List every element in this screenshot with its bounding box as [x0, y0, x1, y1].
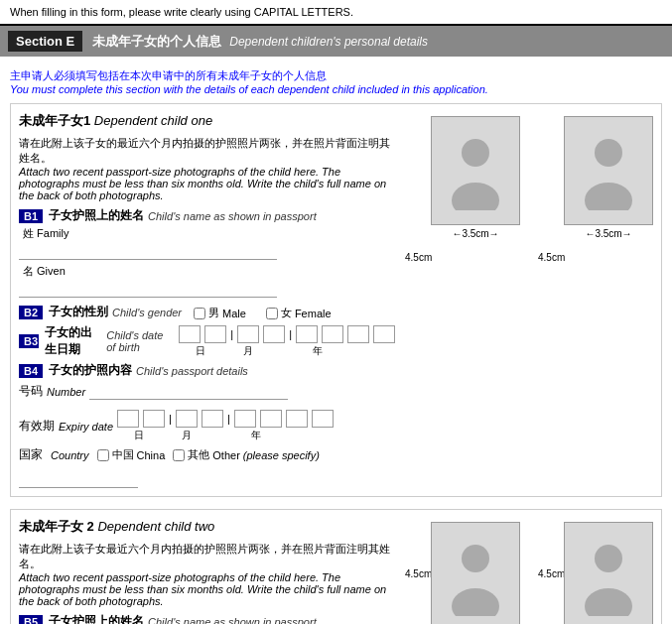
child2-photo1-silhouette [446, 537, 505, 616]
china-checkbox-label: 中国 China [97, 447, 166, 462]
child2-photo2-wrap: 4.5cm ← 3.5cm → [564, 522, 653, 624]
field-b5-label-zh: 子女护照上的姓名 [49, 613, 144, 624]
child2-form-area: 未成年子女 2 Dependent child two 请在此附上该子女最近六个… [19, 518, 395, 624]
svg-point-2 [595, 139, 622, 167]
svg-point-5 [452, 588, 499, 616]
field-b3-label-block: B3 子女的出生日期 Child's date of birth | | [19, 324, 395, 358]
child2-photo1-box [431, 522, 520, 624]
child1-form-area: 未成年子女1 Dependent child one 请在此附上该子女的最近六个… [19, 112, 395, 488]
expiry-label-en: Expiry date [59, 421, 113, 433]
child1-passport-number-input[interactable] [89, 383, 288, 400]
child2-photo1-height-label: 4.5cm [405, 567, 432, 578]
country-label-zh: 国家 [19, 446, 43, 463]
child1-photo2-width-label: ← 3.5cm → [564, 228, 653, 239]
top-notice: When filling in this form, please write … [0, 0, 672, 26]
number-label-zh: 号码 [19, 383, 43, 400]
child1-photo1-height-label: 4.5cm [405, 252, 432, 263]
main-content: 主申请人必须填写包括在本次申请中的所有未成年子女的个人信息 You must c… [0, 64, 672, 624]
dob-input-area: | | 日 月 年 [179, 325, 395, 358]
other-checkbox[interactable] [173, 449, 185, 461]
country-row: 国家 Country 中国 China 其他 Other (please spe… [19, 446, 395, 488]
family-label: 姓 Family [23, 226, 395, 241]
expiry-label-zh: 有效期 [19, 418, 55, 435]
child2-photo2-silhouette [579, 537, 638, 616]
child1-photo1-silhouette [446, 131, 505, 210]
child2-photo2-height-label: 4.5cm [538, 567, 565, 578]
svg-point-1 [452, 183, 499, 210]
given-label: 名 Given [23, 264, 395, 279]
child1-photo2-wrap: 4.5cm ← 3.5cm → [564, 116, 653, 468]
female-checkbox[interactable] [266, 308, 278, 319]
child1-photo2-height-label: 4.5cm [538, 252, 565, 263]
svg-point-6 [595, 545, 622, 572]
exp-y2 [260, 410, 282, 428]
number-label-en: Number [47, 386, 85, 398]
field-b3-label-zh: 子女的出生日期 [45, 324, 102, 358]
field-b4-num: B4 [19, 364, 43, 378]
dob-d2 [204, 325, 226, 343]
field-b2-label-block: B2 子女的性别 Child's gender 男 Male 女 Female [19, 304, 395, 320]
dob-m1 [237, 325, 259, 343]
child1-layout: 未成年子女1 Dependent child one 请在此附上该子女的最近六个… [19, 112, 653, 488]
section-label: Section E [8, 31, 82, 52]
exp-y4 [312, 410, 334, 428]
field-b1-label-en: Child's name as shown in passport [148, 210, 317, 222]
male-checkbox[interactable] [194, 308, 205, 319]
country-label-en: Country [51, 449, 89, 461]
field-b1-num: B1 [19, 209, 43, 223]
field-b1-label-block: B1 子女护照上的姓名 Child's name as shown in pas… [19, 207, 395, 224]
child1-family-name-input[interactable] [19, 243, 277, 260]
child1-photo2-box [564, 116, 653, 225]
field-b4-label-block: B4 子女的护照内容 Child's passport details [19, 362, 395, 379]
dob-y3 [347, 325, 369, 343]
dob-m2 [263, 325, 285, 343]
field-b4-label-zh: 子女的护照内容 [49, 362, 132, 379]
child2-photo2-box [564, 522, 653, 624]
field-b3-label-en: Child's date of birth [106, 329, 171, 353]
passport-number-row: 号码 Number 有效期 Expiry date | [19, 383, 395, 442]
exp-m1 [176, 410, 198, 428]
child2-photos: 4.5cm ← 3.5cm → 4.5cm [403, 522, 653, 624]
section-title-zh: 未成年子女的个人信息 [92, 33, 221, 51]
female-checkbox-label: 女 Female [266, 306, 332, 320]
child1-other-country-input[interactable] [19, 471, 138, 488]
dob-d1 [179, 325, 201, 343]
svg-point-7 [585, 588, 632, 616]
child1-title: 未成年子女1 Dependent child one [19, 112, 395, 130]
field-b2-label-zh: 子女的性别 [49, 304, 108, 320]
child2-layout: 未成年子女 2 Dependent child two 请在此附上该子女最近六个… [19, 518, 653, 624]
gender-row: 男 Male 女 Female [194, 306, 332, 320]
child2-photo-instruction: 请在此附上该子女最近六个月内拍摄的护照照片两张，并在照片背面注明其姓名。 Att… [19, 542, 395, 607]
exp-d2 [143, 410, 165, 428]
male-checkbox-label: 男 Male [194, 306, 246, 320]
mandatory-notice: 主申请人必须填写包括在本次申请中的所有未成年子女的个人信息 You must c… [10, 64, 662, 99]
exp-y3 [286, 410, 308, 428]
field-b5-label-block: B5 子女护照上的姓名 Child's name as shown in pas… [19, 613, 395, 624]
svg-point-0 [462, 139, 489, 167]
other-checkbox-label: 其他 Other (please specify) [173, 447, 320, 462]
svg-point-4 [462, 545, 489, 572]
child1-section: 未成年子女1 Dependent child one 请在此附上该子女的最近六个… [10, 103, 662, 497]
field-b2-num: B2 [19, 306, 43, 319]
svg-point-3 [585, 183, 632, 210]
child1-photo-instruction: 请在此附上该子女的最近六个月内拍摄的护照照片两张，并在照片背面注明其姓名。 At… [19, 136, 395, 201]
child1-given-name-input[interactable] [19, 281, 277, 298]
section-header: Section E 未成年子女的个人信息 Dependent children'… [0, 26, 672, 57]
dob-y4 [373, 325, 395, 343]
field-b1-label-zh: 子女护照上的姓名 [49, 207, 144, 224]
exp-d1 [117, 410, 139, 428]
child2-section: 未成年子女 2 Dependent child two 请在此附上该子女最近六个… [10, 509, 662, 624]
expiry-dob-area: | | 日 月 [117, 410, 334, 442]
child1-photo1-width-label: ← 3.5cm → [431, 228, 520, 239]
section-title-en: Dependent children's personal details [229, 35, 428, 49]
child2-photo1-wrap: 4.5cm ← 3.5cm → [431, 522, 520, 624]
exp-m2 [202, 410, 223, 428]
china-checkbox[interactable] [97, 449, 109, 461]
dob-y2 [322, 325, 343, 343]
child1-photo1-wrap: 4.5cm ← 3.5cm → [431, 116, 520, 468]
child1-photo2-silhouette [579, 131, 638, 210]
exp-y1 [234, 410, 256, 428]
field-b2-label-en: Child's gender [112, 307, 182, 318]
field-b4-label-en: Child's passport details [136, 365, 248, 377]
child1-photo1-box [431, 116, 520, 225]
